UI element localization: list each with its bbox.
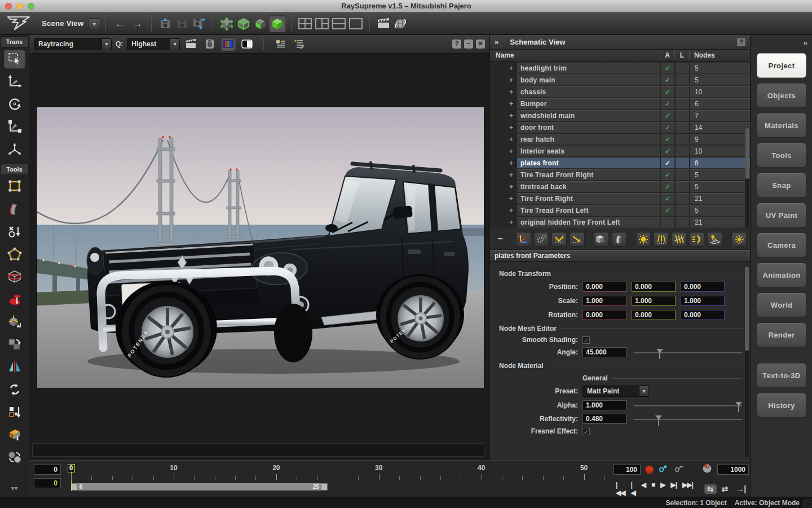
point-light-button[interactable] xyxy=(636,232,651,247)
lock-checkbox[interactable] xyxy=(676,134,689,145)
select-tool[interactable] xyxy=(4,49,25,68)
forward-button[interactable]: → xyxy=(129,15,146,32)
layout-quad-button[interactable] xyxy=(297,15,314,32)
current-frame-field[interactable] xyxy=(34,465,61,475)
extrude-star-tool[interactable] xyxy=(4,312,25,331)
settings-node-button[interactable] xyxy=(534,232,549,247)
column-active[interactable]: A xyxy=(660,51,674,59)
panel-expand-icon[interactable]: » xyxy=(495,38,497,46)
x-field[interactable] xyxy=(582,296,626,306)
expand-icon[interactable]: + xyxy=(490,159,517,167)
reflectivity-field[interactable] xyxy=(582,414,626,424)
sidebar-button-snap[interactable]: Snap xyxy=(757,173,806,198)
pingpong-mode-button[interactable]: ⇄ xyxy=(719,484,731,494)
mirror-tool[interactable] xyxy=(4,357,25,376)
deform-tool[interactable] xyxy=(4,290,25,309)
expand-icon[interactable]: + xyxy=(490,147,517,155)
bend-tool[interactable] xyxy=(4,199,25,218)
x-field[interactable] xyxy=(582,282,626,292)
lock-checkbox[interactable] xyxy=(676,63,689,74)
expand-icon[interactable]: + xyxy=(490,100,517,108)
current-subframe-field[interactable] xyxy=(34,478,61,488)
chevron-down-icon[interactable]: ▾ xyxy=(170,39,179,50)
active-checkbox[interactable] xyxy=(661,217,674,228)
mesh-node-button[interactable] xyxy=(594,232,609,247)
alpha-channel-button[interactable] xyxy=(240,37,254,51)
pivot-tool[interactable] xyxy=(4,139,25,159)
schematic-row[interactable]: +Tire Tread Front Right✓5 xyxy=(490,169,750,181)
reflectivity-slider[interactable] xyxy=(634,414,742,423)
y-field[interactable] xyxy=(632,310,676,320)
preset-select[interactable]: Matt Paint ▾ xyxy=(582,386,649,397)
schematic-row[interactable]: +Tire Tread Front Left✓5 xyxy=(490,205,750,216)
lock-checkbox[interactable] xyxy=(676,169,689,181)
expand-icon[interactable]: + xyxy=(490,171,517,179)
y-field[interactable] xyxy=(632,282,676,292)
duplicate-tool[interactable] xyxy=(4,335,25,354)
total-frames-field[interactable] xyxy=(717,465,749,475)
publish-web-icon[interactable] xyxy=(392,15,409,32)
sidebar-button-camera[interactable]: Camera xyxy=(757,233,806,257)
lock-checkbox[interactable] xyxy=(676,75,689,86)
viewport-message-field[interactable] xyxy=(32,443,484,457)
viewport-help-button[interactable]: ? xyxy=(452,40,461,49)
fresnel-checkbox[interactable]: ✓ xyxy=(582,428,590,435)
remove-node-button[interactable]: − xyxy=(493,232,507,247)
x-field[interactable] xyxy=(582,310,626,320)
play-reverse-button[interactable]: ◀ xyxy=(639,480,648,498)
lock-checkbox[interactable] xyxy=(676,146,689,157)
next-key-button[interactable]: ▶| xyxy=(668,480,679,498)
render-frame-icon[interactable] xyxy=(184,37,198,51)
loop-mode-button[interactable]: ⇆ xyxy=(704,484,717,494)
schematic-row[interactable]: +tiretread back✓5 xyxy=(490,181,750,192)
schematic-row[interactable]: +plates front✓8 xyxy=(490,157,750,169)
scene-view-selector[interactable]: Scene View ▾ xyxy=(42,18,100,29)
expand-icon[interactable]: + xyxy=(490,124,517,132)
add-key-icon[interactable] xyxy=(658,464,669,475)
vertex-tool[interactable] xyxy=(4,177,25,196)
alpha-slider[interactable] xyxy=(634,401,742,410)
quality-select[interactable]: Highest ▾ xyxy=(127,38,180,50)
frame-rate-icon[interactable] xyxy=(701,463,713,476)
angle-field[interactable] xyxy=(582,347,626,357)
expand-icon[interactable]: + xyxy=(490,112,517,120)
replace-tool[interactable] xyxy=(4,222,25,241)
z-field[interactable] xyxy=(681,296,725,306)
range-start-handle[interactable] xyxy=(71,483,78,491)
spot-light-button[interactable] xyxy=(654,232,669,247)
expand-icon[interactable]: + xyxy=(490,183,517,191)
sidebar-button-history[interactable]: History xyxy=(757,393,806,418)
sidebar-button-objects[interactable]: Objects xyxy=(757,83,806,108)
lock-checkbox[interactable] xyxy=(676,122,689,133)
active-checkbox[interactable]: ✓ xyxy=(661,98,674,110)
timeline-ruler[interactable]: 0 25 0 01020304050 xyxy=(68,463,608,492)
close-window-button[interactable] xyxy=(5,3,12,10)
active-checkbox[interactable]: ✓ xyxy=(661,75,674,86)
sidebar-button-tools[interactable]: Tools xyxy=(757,143,806,168)
z-field[interactable] xyxy=(681,310,725,320)
z-field[interactable] xyxy=(681,282,725,292)
face-mode-button[interactable] xyxy=(252,15,269,32)
schematic-row[interactable]: +original hidden Tire Front Left21 xyxy=(490,217,750,228)
back-button[interactable]: ← xyxy=(111,15,129,32)
lock-checkbox[interactable] xyxy=(676,157,689,169)
schematic-row[interactable]: +door front✓14 xyxy=(490,122,750,133)
active-checkbox[interactable]: ✓ xyxy=(661,157,674,169)
sidebar-button-uv-paint[interactable]: UV Paint xyxy=(757,203,806,227)
lock-checkbox[interactable] xyxy=(676,110,689,121)
directional-light-button[interactable] xyxy=(672,232,687,247)
remove-key-icon[interactable] xyxy=(674,464,685,475)
vertex-mode-button[interactable] xyxy=(218,15,235,32)
expand-icon[interactable]: + xyxy=(490,135,517,143)
timeline-range-bar[interactable]: 0 25 xyxy=(71,483,328,491)
curve-out-node-button[interactable] xyxy=(570,232,585,247)
array-tool[interactable] xyxy=(4,402,25,422)
schematic-row[interactable]: +headlight trim✓5 xyxy=(490,63,750,74)
play-button[interactable]: ▶ xyxy=(658,480,667,498)
rail-overflow-chevron[interactable]: ▾▾ xyxy=(11,484,17,492)
ambient-light-button[interactable] xyxy=(731,232,747,247)
column-name[interactable]: Name xyxy=(490,51,660,59)
refresh-tool[interactable] xyxy=(4,380,25,399)
active-checkbox[interactable]: ✓ xyxy=(661,169,674,181)
prev-key-button[interactable]: |◀ xyxy=(628,480,637,498)
